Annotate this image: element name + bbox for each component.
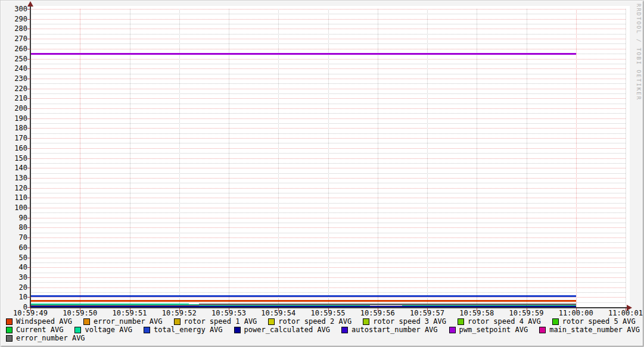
x-axis-label: 10:59:56 xyxy=(353,310,403,317)
y-axis-label: 260 xyxy=(0,45,27,52)
legend-label: error_number AVG xyxy=(16,334,85,342)
x-axis-label: 10:59:51 xyxy=(105,310,155,317)
legend-item-power-calculated: power_calculated AVG xyxy=(234,326,331,334)
legend-label: power_calculated AVG xyxy=(244,326,331,334)
legend-item-total-energy: total_energy AVG xyxy=(144,326,223,334)
y-tick xyxy=(27,98,30,99)
legend-swatch-current xyxy=(6,327,13,333)
legend-item-pwm-setpoint: pwm_setpoint AVG xyxy=(449,326,528,334)
y-axis-label: 160 xyxy=(0,145,27,152)
legend-label: error_number AVG xyxy=(94,317,163,326)
legend-item-windspeed: Windspeed AVG xyxy=(6,317,72,326)
legend-label: Current AVG xyxy=(16,326,63,334)
legend-label: autostart_number AVG xyxy=(351,326,438,334)
x-axis-label: 11:00:01 xyxy=(601,310,644,317)
y-axis-label: 140 xyxy=(0,164,27,171)
legend-item-voltage: voltage AVG xyxy=(74,326,132,334)
y-tick xyxy=(27,59,30,60)
legend-row: error_number AVG xyxy=(6,334,85,342)
y-axis-label: 50 xyxy=(0,254,27,261)
y-axis-label: 180 xyxy=(0,124,27,132)
legend-item-rotor-speed-2: rotor speed 2 AVG xyxy=(268,317,351,326)
y-tick xyxy=(27,287,30,288)
y-axis-label: 70 xyxy=(0,234,27,241)
legend-label: pwm_setpoint AVG xyxy=(459,326,528,334)
legend-item-error-number: error_number AVG xyxy=(83,317,163,326)
y-tick xyxy=(27,49,30,49)
y-tick xyxy=(27,248,30,248)
x-axis-label: 10:59:57 xyxy=(402,310,452,317)
y-tick xyxy=(27,258,30,258)
minor-gridline-v xyxy=(626,9,626,307)
legend-row: Windspeed AVGerror_number AVGrotor speed… xyxy=(6,317,636,326)
y-tick xyxy=(27,277,30,278)
legend-swatch-rotor-speed-4 xyxy=(458,318,464,325)
y-tick xyxy=(27,307,30,308)
y-axis xyxy=(30,6,31,308)
legend-item-rotor-speed-1: rotor speed 1 AVG xyxy=(174,317,257,326)
y-axis-label: 20 xyxy=(0,284,27,291)
y-axis-label: 280 xyxy=(0,25,27,32)
legend-label: Windspeed AVG xyxy=(16,317,72,326)
y-tick xyxy=(27,218,30,218)
legend-label: rotor speed 5 AVG xyxy=(562,317,636,326)
x-axis-label: 10:59:50 xyxy=(55,310,105,317)
legend-label: voltage AVG xyxy=(85,326,132,334)
legend-item-current: Current AVG xyxy=(6,326,63,334)
series-line-windspeed xyxy=(30,300,576,302)
y-axis-label: 190 xyxy=(0,115,27,122)
series-line-pwm-setpoint xyxy=(30,53,576,55)
legend-swatch-rotor-speed-2 xyxy=(268,318,275,325)
y-axis-label: 40 xyxy=(0,264,27,271)
y-axis-label: 110 xyxy=(0,194,27,201)
series-line-total-energy xyxy=(30,295,576,297)
legend-label: rotor speed 4 AVG xyxy=(468,317,541,326)
y-axis-label: 290 xyxy=(0,15,27,23)
y-tick xyxy=(27,227,30,228)
y-axis-label: 90 xyxy=(0,214,27,221)
series-line-error-number-2 xyxy=(30,305,199,306)
rrdtool-watermark: RRDTOOL / TOBI OETIKER xyxy=(636,4,642,101)
y-axis-label: 250 xyxy=(0,55,27,62)
legend-swatch-error-number xyxy=(83,318,90,325)
y-axis-label: 60 xyxy=(0,244,27,251)
y-axis-label: 10 xyxy=(0,293,27,301)
y-axis-label: 170 xyxy=(0,135,27,142)
y-axis-label: 100 xyxy=(0,204,27,211)
y-axis-arrow-icon xyxy=(27,1,33,7)
y-axis-label: 30 xyxy=(0,274,27,281)
y-axis-label: 150 xyxy=(0,155,27,162)
y-axis-label: 120 xyxy=(0,185,27,192)
series-line-error-number-2 xyxy=(199,304,576,305)
y-axis-label: 300 xyxy=(0,5,27,12)
y-tick xyxy=(27,39,30,39)
y-tick xyxy=(27,148,30,149)
y-tick xyxy=(27,29,30,29)
y-tick xyxy=(27,9,30,10)
x-axis-label: 10:59:53 xyxy=(204,310,254,317)
y-tick xyxy=(27,158,30,159)
y-axis-label: 130 xyxy=(0,174,27,182)
y-tick xyxy=(27,178,30,179)
rrdtool-graph: 0102030405060708090100110120130140150160… xyxy=(0,0,644,347)
x-axis-label: 10:59:58 xyxy=(452,310,502,317)
y-tick xyxy=(27,128,30,129)
legend-item-error-number-2: error_number AVG xyxy=(6,334,85,342)
y-axis-label: 220 xyxy=(0,85,27,92)
legend-swatch-voltage xyxy=(74,327,81,333)
legend-swatch-main-state-number xyxy=(539,327,546,333)
x-axis-label: 10:59:59 xyxy=(502,310,552,317)
y-tick xyxy=(27,267,30,268)
y-axis-label: 270 xyxy=(0,35,27,42)
legend-row: Current AVGvoltage AVGtotal_energy AVGpo… xyxy=(6,326,640,334)
y-axis-label: 80 xyxy=(0,224,27,231)
legend-item-rotor-speed-3: rotor speed 3 AVG xyxy=(363,317,446,326)
legend-swatch-windspeed xyxy=(6,318,13,325)
legend-label: rotor speed 2 AVG xyxy=(278,317,351,326)
x-axis-label: 10:59:52 xyxy=(154,310,204,317)
major-gridline-v xyxy=(576,9,577,307)
legend-item-rotor-speed-5: rotor speed 5 AVG xyxy=(552,317,636,326)
legend-swatch-autostart-number xyxy=(341,327,348,333)
y-tick xyxy=(27,79,30,79)
y-tick xyxy=(27,168,30,168)
